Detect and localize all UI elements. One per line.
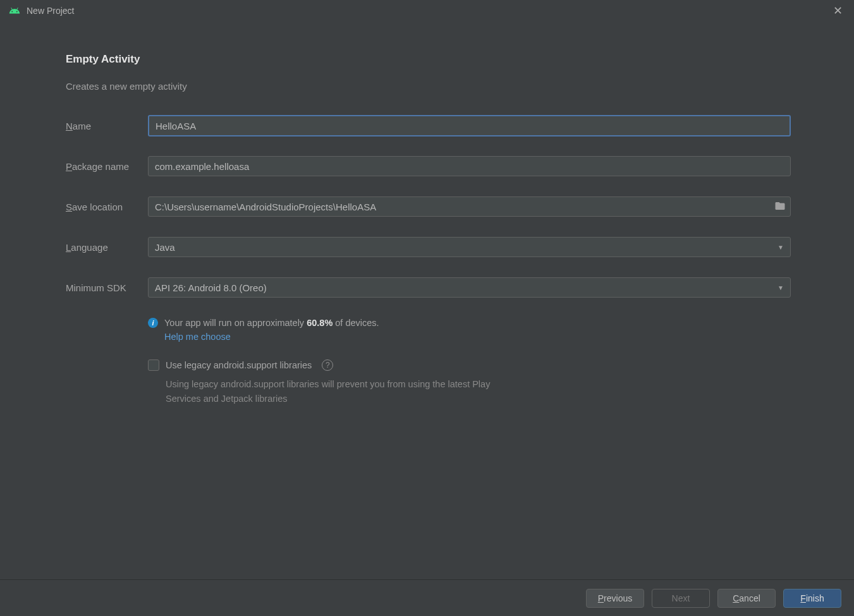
minimum-sdk-value: API 26: Android 8.0 (Oreo): [155, 282, 267, 293]
android-icon: [9, 5, 20, 16]
page-title: Empty Activity: [66, 53, 791, 66]
page-subtitle: Creates a new empty activity: [66, 81, 791, 92]
title-bar: New Project ✕: [0, 0, 854, 21]
label-name: Name: [66, 121, 148, 131]
device-info-block: i Your app will run on approximately 60.…: [148, 318, 791, 342]
label-package: Package name: [66, 161, 148, 172]
language-value: Java: [155, 242, 175, 253]
label-save: Save location: [66, 202, 148, 212]
name-input[interactable]: [148, 115, 791, 136]
legacy-block: Use legacy android.support libraries ? U…: [148, 359, 791, 406]
close-icon[interactable]: ✕: [828, 1, 848, 20]
dialog-footer: Previous Next Cancel Finish: [0, 579, 854, 616]
minimum-sdk-select[interactable]: API 26: Android 8.0 (Oreo) ▼: [148, 277, 791, 298]
cancel-button[interactable]: Cancel: [717, 589, 776, 608]
dialog-content: Empty Activity Creates a new empty activ…: [0, 21, 854, 406]
save-location-input[interactable]: [148, 196, 791, 217]
chevron-down-icon: ▼: [778, 244, 784, 251]
finish-button[interactable]: Finish: [783, 589, 841, 608]
help-me-choose-link[interactable]: Help me choose: [164, 332, 791, 342]
row-minimum-sdk: Minimum SDK API 26: Android 8.0 (Oreo) ▼: [66, 277, 791, 298]
help-icon[interactable]: ?: [322, 359, 333, 371]
row-language: Language Java ▼: [66, 237, 791, 257]
row-name: Name: [66, 116, 791, 136]
chevron-down-icon: ▼: [778, 284, 784, 291]
info-icon: i: [148, 318, 158, 328]
package-input[interactable]: [148, 156, 791, 176]
legacy-note: Using legacy android.support libraries w…: [166, 377, 520, 406]
language-select[interactable]: Java ▼: [148, 237, 791, 257]
next-button: Next: [652, 589, 710, 608]
previous-button[interactable]: Previous: [586, 589, 644, 608]
row-package: Package name: [66, 156, 791, 176]
window-title: New Project: [27, 6, 828, 16]
label-minsdk: Minimum SDK: [66, 282, 148, 293]
legacy-checkbox[interactable]: [148, 359, 159, 371]
device-coverage-text: Your app will run on approximately 60.8%…: [164, 318, 379, 328]
row-save-location: Save location: [66, 196, 791, 217]
browse-folder-icon[interactable]: [774, 200, 786, 214]
label-language: Language: [66, 242, 148, 253]
legacy-checkbox-label: Use legacy android.support libraries: [166, 360, 312, 370]
